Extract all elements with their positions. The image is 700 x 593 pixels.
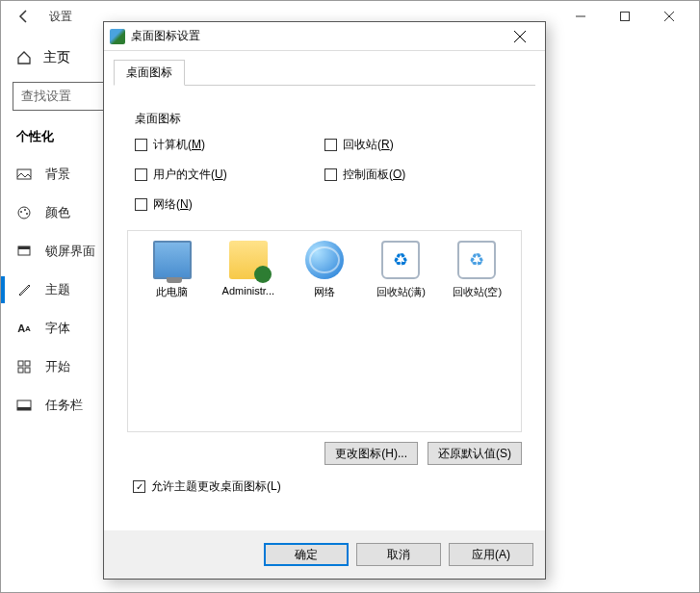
svg-point-8: [26, 213, 28, 215]
checkbox-network[interactable]: 网络(N): [135, 196, 324, 213]
monitor-icon: [153, 241, 192, 279]
icon-this-pc[interactable]: 此电脑: [138, 241, 206, 299]
checkbox-label: 控制面板(O): [343, 167, 405, 183]
palette-icon: [16, 205, 32, 220]
checkbox-box: ✓: [133, 480, 145, 493]
minimize-button[interactable]: [558, 1, 603, 32]
dialog-footer: 确定 取消 应用(A): [104, 530, 545, 579]
checkbox-box: [135, 198, 147, 211]
tab-desktop-icons[interactable]: 桌面图标: [114, 60, 185, 86]
group-label: 桌面图标: [135, 111, 514, 127]
change-icon-button[interactable]: 更改图标(H)...: [324, 442, 418, 465]
checkbox-allow-themes[interactable]: ✓ 允许主题更改桌面图标(L): [133, 478, 520, 495]
maximize-button[interactable]: [603, 1, 647, 32]
icon-recyclebin-empty[interactable]: 回收站(空): [443, 241, 511, 299]
svg-rect-14: [25, 368, 30, 373]
desktop-icons-group: 桌面图标 计算机(M) 回收站(R) 用户的文件(U): [127, 99, 522, 217]
tab-strip: 桌面图标: [114, 59, 535, 86]
checkbox-box: [135, 139, 147, 151]
apply-button[interactable]: 应用(A): [449, 543, 533, 566]
checkbox-controlpanel[interactable]: 控制面板(O): [324, 167, 514, 183]
back-button[interactable]: [9, 1, 39, 32]
cancel-button[interactable]: 取消: [356, 543, 441, 566]
icon-label: 网络: [290, 285, 358, 299]
checkbox-computer[interactable]: 计算机(M): [135, 137, 324, 153]
nav-label: 任务栏: [45, 397, 83, 414]
lockscreen-icon: [16, 244, 32, 259]
checkbox-label: 计算机(M): [153, 137, 205, 153]
icon-label: 回收站(满): [367, 285, 435, 299]
svg-rect-16: [17, 407, 31, 410]
grid-icon: [16, 359, 32, 374]
svg-rect-10: [18, 246, 30, 249]
svg-point-5: [18, 207, 30, 219]
image-icon: [16, 167, 32, 182]
checkbox-label: 回收站(R): [343, 137, 394, 153]
nav-label: 开始: [45, 358, 70, 375]
taskbar-icon: [16, 398, 32, 413]
font-icon: AA: [16, 321, 32, 336]
dialog-close-button[interactable]: [501, 23, 539, 50]
svg-rect-13: [18, 368, 23, 373]
icon-label: Administr...: [214, 285, 282, 296]
checkbox-label: 允许主题更改桌面图标(L): [151, 478, 281, 495]
svg-rect-4: [17, 169, 31, 179]
checkbox-box: [135, 168, 147, 181]
checkbox-box: [324, 168, 337, 181]
icon-recyclebin-full[interactable]: 回收站(满): [367, 241, 435, 299]
ok-button[interactable]: 确定: [264, 543, 349, 566]
desktop-icon-settings-dialog: 桌面图标设置 桌面图标 桌面图标 计算机(M) 回收站(R): [103, 21, 546, 580]
checkbox-label: 网络(N): [153, 196, 193, 213]
checkbox-label: 用户的文件(U): [153, 167, 227, 183]
dialog-titlebar: 桌面图标设置: [104, 22, 545, 51]
close-button[interactable]: [647, 1, 691, 32]
dialog-body: 桌面图标 桌面图标 计算机(M) 回收站(R) 用户的文件(U): [104, 51, 545, 530]
recyclebin-empty-icon: [457, 241, 496, 279]
window-controls: [558, 1, 691, 32]
nav-label: 主题: [45, 281, 70, 298]
svg-rect-12: [25, 361, 30, 366]
nav-label: 颜色: [45, 204, 70, 221]
settings-window-title: 设置: [49, 9, 72, 25]
globe-icon: [305, 241, 344, 279]
icon-administrator[interactable]: Administr...: [214, 241, 282, 296]
svg-point-6: [20, 211, 22, 213]
search-placeholder: 查找设置: [21, 88, 71, 105]
home-icon: [16, 50, 32, 65]
icon-preview-panel: 此电脑 Administr... 网络 回收站(满) 回收站(空): [127, 230, 522, 432]
dialog-title: 桌面图标设置: [131, 28, 200, 44]
restore-default-button[interactable]: 还原默认值(S): [428, 442, 522, 465]
nav-label: 字体: [45, 320, 70, 337]
recyclebin-full-icon: [381, 241, 420, 279]
sidebar-home-label: 主页: [43, 49, 70, 66]
nav-label: 背景: [45, 166, 70, 183]
user-folder-icon: [229, 241, 268, 279]
nav-label: 锁屏界面: [45, 243, 95, 260]
svg-rect-11: [18, 361, 23, 366]
checkbox-recyclebin[interactable]: 回收站(R): [324, 137, 514, 153]
brush-icon: [16, 282, 32, 297]
icon-label: 回收站(空): [443, 285, 511, 299]
checkbox-box: [324, 139, 337, 151]
icon-network[interactable]: 网络: [290, 241, 358, 299]
icon-label: 此电脑: [138, 285, 206, 299]
svg-rect-1: [621, 13, 630, 21]
svg-point-7: [24, 209, 26, 211]
checkbox-userfiles[interactable]: 用户的文件(U): [135, 167, 324, 183]
dialog-app-icon: [110, 29, 125, 44]
